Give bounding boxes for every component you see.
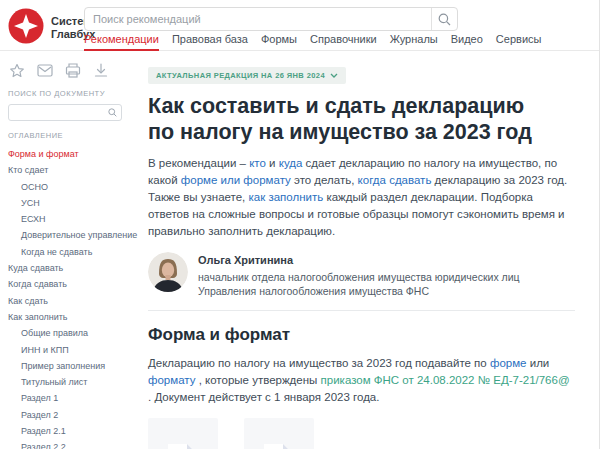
toc-item[interactable]: Доверительное управление (8, 230, 130, 240)
attachments-row (148, 418, 575, 449)
nav-item[interactable]: Сервисы (496, 33, 542, 51)
search-input[interactable] (85, 13, 431, 25)
author-name: Ольга Хритинина (198, 254, 575, 266)
toc-item[interactable]: Раздел 2 (8, 410, 130, 420)
doc-search-input[interactable] (9, 108, 108, 118)
section-heading: Форма и формат (148, 325, 575, 345)
toc-item[interactable]: ЕСХН (8, 214, 130, 224)
toc-item[interactable]: Когда не сдавать (8, 247, 130, 257)
section-divider (148, 310, 575, 311)
envelope-icon (37, 64, 53, 77)
page-title-line: Как составить и сдать декларацию (148, 93, 575, 119)
printer-icon (65, 63, 81, 78)
toc-item[interactable]: Как сдать (8, 296, 130, 306)
search-button[interactable] (431, 8, 457, 30)
inline-link[interactable]: когда сдавать (358, 174, 432, 186)
toc-item[interactable]: Раздел 2.1 (8, 426, 130, 436)
page-title: Как составить и сдать декларацию по нало… (148, 93, 575, 145)
inline-link[interactable]: формату (148, 374, 195, 386)
revision-badge-label: АКТУАЛЬНАЯ РЕДАКЦИЯ НА 26 ЯНВ 2024 (156, 71, 325, 80)
glavbukh-logo-icon (8, 8, 44, 48)
nav-item[interactable]: Видео (451, 33, 483, 51)
table-of-contents: Форма и формат Кто сдает ОСНО УСН ЕСХН Д… (8, 149, 130, 449)
inline-link[interactable]: кто (249, 157, 266, 169)
nav-item[interactable]: Правовая база (172, 33, 248, 51)
toc-item[interactable]: ОСНО (8, 182, 130, 192)
text-segment: или (530, 357, 550, 369)
email-button[interactable] (36, 62, 53, 79)
sidebar: ПОИСК ПО ДОКУМЕНТУ ОГЛАВЛЕНИЕ Форма и фо… (0, 51, 140, 449)
page-title-line: по налогу на имущество за 2023 год (148, 119, 575, 145)
print-button[interactable] (64, 62, 81, 79)
inline-link[interactable]: форме (490, 357, 527, 369)
toc-item[interactable]: Раздел 2.2 (8, 442, 130, 449)
download-button[interactable] (92, 62, 109, 79)
doc-search-box (8, 104, 122, 121)
toc-item[interactable]: Титульный лист (8, 377, 130, 387)
doc-search-label: ПОИСК ПО ДОКУМЕНТУ (8, 89, 130, 98)
header: Система Главбух Рекомендации Правовая ба… (0, 0, 599, 51)
inline-link[interactable]: приказом ФНС от 24.08.2022 № ЕД-7-21/766… (321, 374, 570, 386)
text-segment: это делать, (294, 174, 358, 186)
text-segment: Декларацию по налогу на имущество за 202… (148, 357, 490, 369)
author-block: Ольга Хритинина начальник отдела налогоо… (148, 252, 575, 298)
author-role: начальник отдела налогообложения имущест… (198, 270, 575, 298)
nav-item[interactable]: Справочники (310, 33, 377, 51)
toc-item[interactable]: Когда сдавать (8, 279, 130, 289)
toc-item[interactable]: ИНН и КПП (8, 345, 130, 355)
glavbukh-app: Система Главбух Рекомендации Правовая ба… (0, 0, 600, 449)
download-icon (94, 63, 108, 78)
search-icon (438, 13, 451, 26)
chevron-down-icon (330, 73, 338, 78)
search-icon (108, 108, 117, 117)
toc-item[interactable]: Форма и формат (8, 149, 130, 159)
toc-item[interactable]: Куда сдавать (8, 263, 130, 273)
intro-paragraph: В рекомендации – кто и куда сдает деклар… (148, 155, 575, 240)
attachment-document-card[interactable] (244, 418, 314, 449)
document-icon (168, 444, 198, 449)
author-avatar (148, 252, 188, 292)
attachment-document-card[interactable] (148, 418, 218, 449)
section-paragraph: Декларацию по налогу на имущество за 202… (148, 355, 575, 406)
toc-item[interactable]: Раздел 1 (8, 393, 130, 403)
toc-item[interactable]: УСН (8, 198, 130, 208)
document-icon (264, 444, 294, 449)
star-icon (9, 63, 25, 79)
toc-item[interactable]: Пример заполнения (8, 361, 130, 371)
toc-label: ОГЛАВЛЕНИЕ (8, 131, 130, 140)
inline-link[interactable]: куда (279, 157, 303, 169)
main-nav: Рекомендации Правовая база Формы Справоч… (84, 33, 541, 51)
text-segment: , которые утверждены (199, 374, 321, 386)
inline-link[interactable]: форме или формату (181, 174, 291, 186)
toc-item[interactable]: Как заполнить (8, 312, 130, 322)
text-segment: и (269, 157, 279, 169)
document-actions (8, 62, 130, 79)
revision-badge[interactable]: АКТУАЛЬНАЯ РЕДАКЦИЯ НА 26 ЯНВ 2024 (148, 67, 346, 84)
favorite-button[interactable] (8, 62, 25, 79)
nav-item[interactable]: Рекомендации (84, 33, 159, 51)
toc-item[interactable]: Общие правила (8, 328, 130, 338)
text-segment: В рекомендации – (148, 157, 249, 169)
nav-item[interactable]: Формы (261, 33, 297, 51)
toc-item[interactable]: Кто сдает (8, 165, 130, 175)
inline-link[interactable]: как заполнить (249, 191, 324, 203)
search-box (84, 7, 458, 31)
text-segment: . Документ действует с 1 января 2023 год… (148, 391, 379, 403)
article: АКТУАЛЬНАЯ РЕДАКЦИЯ НА 26 ЯНВ 2024 Как с… (140, 51, 599, 449)
nav-item[interactable]: Журналы (390, 33, 438, 51)
